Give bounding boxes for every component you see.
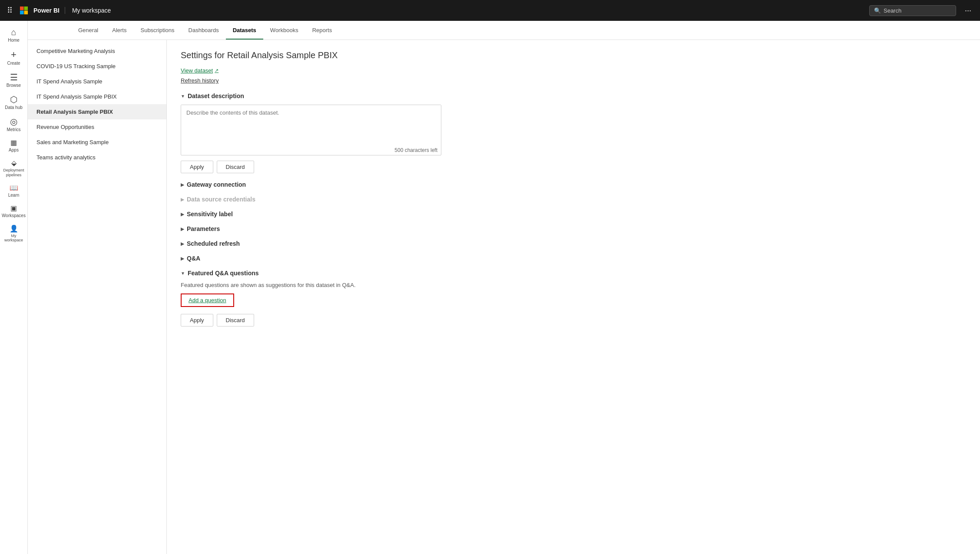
waffle-icon[interactable]: ⠿ [5,4,14,17]
tab-dashboards[interactable]: Dashboards [182,22,226,40]
dataset-description-btn-row: Apply Discard [181,161,441,173]
featured-qna-apply-button[interactable]: Apply [181,314,213,326]
chevron-right-icon: ▶ [181,182,184,187]
section-featured-qna-header[interactable]: ▼ Featured Q&A questions [181,270,966,277]
search-icon: 🔍 [874,7,881,14]
main-panel: Settings for Retail Analysis Sample PBIX… [167,40,980,554]
sidebar-label-metrics: Metrics [7,127,20,132]
sidebar-item-deployment[interactable]: ⬙ Deployment pipelines [0,156,28,181]
dataset-item-covid[interactable]: COVID-19 US Tracking Sample [28,59,166,74]
apps-icon: ▦ [10,139,17,146]
learn-icon: 📖 [10,185,18,191]
section-dataset-description-body: 500 characters left Apply Discard [181,105,441,173]
sidebar-label-home: Home [8,38,20,43]
section-sensitivity-label: Sensitivity label [187,211,233,218]
chevron-right-icon-parameters: ▶ [181,227,184,231]
section-qna-header[interactable]: ▶ Q&A [181,255,966,262]
tab-general[interactable]: General [71,22,105,40]
svg-rect-0 [20,7,24,10]
section-datasource-label: Data source credentials [187,196,255,203]
sidebar-label-apps: Apps [9,148,19,153]
svg-rect-1 [24,7,28,10]
section-sensitivity-header[interactable]: ▶ Sensitivity label [181,211,966,218]
sidebar-item-learn[interactable]: 📖 Learn [0,181,28,201]
search-label: Search [884,7,901,14]
featured-qna-description: Featured questions are shown as suggesti… [181,282,441,288]
section-gateway-header[interactable]: ▶ Gateway connection [181,181,966,188]
chevron-down-icon-featured: ▼ [181,271,185,276]
page-title: Settings for Retail Analysis Sample PBIX [181,50,966,60]
subtabs-nav: General Alerts Subscriptions Dashboards … [28,21,980,40]
tab-subscriptions[interactable]: Subscriptions [133,22,181,40]
search-box[interactable]: 🔍 Search [869,5,956,16]
sidebar-item-datahub[interactable]: ⬡ Data hub [0,92,28,114]
tab-reports[interactable]: Reports [305,22,339,40]
link-row: View dataset ↗ [181,67,966,74]
sidebar-item-myworkspace[interactable]: 👤 My workspace [0,222,28,247]
sidebar-item-apps[interactable]: ▦ Apps [0,136,28,156]
sidebar-label-browse: Browse [7,83,21,88]
workspace-label: My workspace [72,7,111,14]
section-dataset-description-header[interactable]: ▼ Dataset description [181,92,966,99]
section-gateway-label: Gateway connection [187,181,246,188]
sidebar-label-deployment: Deployment pipelines [2,168,26,178]
section-parameters-label: Parameters [187,225,220,232]
dataset-item-revenue[interactable]: Revenue Opportunities [28,119,166,135]
logo [20,6,28,15]
char-count: 500 characters left [181,145,441,155]
section-datasource-header[interactable]: ▶ Data source credentials [181,196,966,203]
sidebar-label-workspaces: Workspaces [2,213,26,218]
section-qna-label: Q&A [187,255,200,262]
sidebar-item-metrics[interactable]: ◎ Metrics [0,114,28,136]
tab-datasets[interactable]: Datasets [226,22,263,40]
section-scheduled-refresh-header[interactable]: ▶ Scheduled refresh [181,240,966,247]
dataset-description-apply-button[interactable]: Apply [181,161,213,173]
workspaces-icon: ▣ [10,205,17,212]
brand-label: Power BI [33,7,65,14]
dataset-item-sales[interactable]: Sales and Marketing Sample [28,135,166,150]
sidebar-item-workspaces[interactable]: ▣ Workspaces [0,201,28,222]
sidebar-label-myworkspace: My workspace [2,234,26,243]
chevron-right-icon-sensitivity: ▶ [181,212,184,217]
sidebar-label-datahub: Data hub [5,105,23,110]
dataset-item-competitive[interactable]: Competitive Marketing Analysis [28,43,166,59]
description-textarea-wrap: 500 characters left [181,105,441,155]
myworkspace-icon: 👤 [10,225,18,232]
chevron-right-icon-refresh: ▶ [181,241,184,246]
featured-qna-btn-row: Apply Discard [181,314,441,326]
dataset-item-itspendpbix[interactable]: IT Spend Analysis Sample PBIX [28,89,166,104]
more-options-icon[interactable]: ··· [961,4,975,17]
tab-workbooks[interactable]: Workbooks [263,22,305,40]
sidebar-label-create: Create [7,61,20,66]
layout: ⌂ Home + Create ☰ Browse ⬡ Data hub ◎ Me… [0,21,980,554]
section-dataset-description-label: Dataset description [188,92,244,99]
description-textarea[interactable] [181,105,441,144]
dataset-list: Competitive Marketing Analysis COVID-19 … [28,40,167,554]
sidebar-label-learn: Learn [8,193,20,198]
section-featured-qna-body: Featured questions are shown as suggesti… [181,282,441,326]
section-parameters-header[interactable]: ▶ Parameters [181,225,966,232]
add-question-button[interactable]: Add a question [181,293,234,307]
dataset-item-itspend[interactable]: IT Spend Analysis Sample [28,74,166,89]
section-featured-qna-label: Featured Q&A questions [188,270,259,277]
sidebar-item-home[interactable]: ⌂ Home [0,24,28,46]
dataset-item-teams[interactable]: Teams activity analytics [28,150,166,165]
sidebar-item-create[interactable]: + Create [0,46,28,69]
deployment-icon: ⬙ [11,160,17,167]
chevron-right-icon-qna: ▶ [181,256,184,261]
microsoft-logo-icon [20,6,28,15]
tab-alerts[interactable]: Alerts [105,22,133,40]
view-dataset-link[interactable]: View dataset ↗ [181,67,219,74]
dataset-item-retail[interactable]: Retail Analysis Sample PBIX [28,104,166,119]
sidebar-item-browse[interactable]: ☰ Browse [0,69,28,92]
browse-icon: ☰ [10,73,18,82]
refresh-history-link[interactable]: Refresh history [181,77,966,84]
dataset-description-discard-button[interactable]: Discard [217,161,254,173]
sidebar: ⌂ Home + Create ☰ Browse ⬡ Data hub ◎ Me… [0,21,28,554]
home-icon: ⌂ [11,28,16,36]
content-area: Competitive Marketing Analysis COVID-19 … [28,40,980,554]
topbar: ⠿ Power BI My workspace 🔍 Search ··· [0,0,980,21]
create-icon: + [11,50,17,59]
section-scheduled-refresh-label: Scheduled refresh [187,240,240,247]
featured-qna-discard-button[interactable]: Discard [217,314,254,326]
